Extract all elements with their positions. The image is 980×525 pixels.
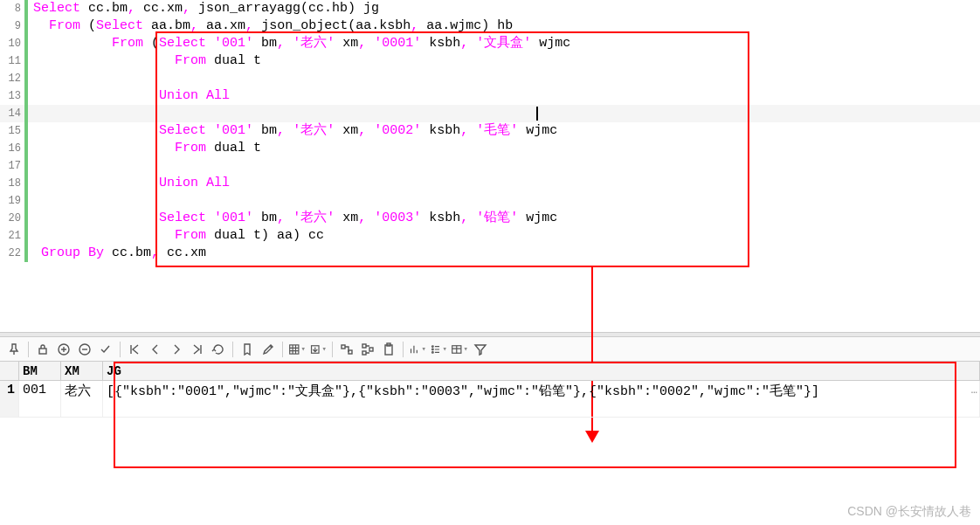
link-records-icon[interactable]	[338, 341, 355, 358]
code-line[interactable]: 19	[0, 192, 980, 210]
table-layout-icon[interactable]	[451, 341, 468, 358]
line-number: 16	[0, 140, 28, 157]
line-number: 13	[0, 87, 28, 105]
svg-point-13	[432, 349, 434, 350]
grid-header: BM XM JG	[0, 362, 980, 381]
code-content[interactable]	[28, 105, 538, 122]
line-number: 11	[0, 52, 28, 70]
bookmark-icon[interactable]	[238, 341, 256, 358]
code-content[interactable]	[28, 70, 33, 87]
cell-bm[interactable]: 001	[19, 381, 61, 417]
code-line[interactable]: 8Select cc.bm, cc.xm, json_arrayagg(cc.h…	[0, 0, 980, 17]
text-cursor	[536, 107, 538, 121]
svg-point-14	[432, 351, 434, 353]
svg-rect-0	[39, 349, 46, 354]
code-line[interactable]: 14	[0, 105, 980, 122]
results-toolbar	[0, 337, 980, 362]
confirm-icon[interactable]	[97, 341, 114, 358]
add-row-icon[interactable]	[55, 341, 72, 358]
code-line[interactable]: 20 Select '001' bm, '老六' xm, '0003' ksbh…	[0, 210, 980, 227]
cell-xm[interactable]: 老六	[61, 381, 103, 417]
export-icon[interactable]	[309, 341, 327, 358]
line-number: 18	[0, 175, 28, 192]
code-content[interactable]: From dual t	[28, 140, 261, 157]
cell-truncation-icon[interactable]: …	[971, 384, 977, 397]
related-records-icon[interactable]	[359, 341, 376, 358]
code-line[interactable]: 18 Union All	[0, 175, 980, 192]
pin-icon[interactable]	[5, 341, 23, 358]
code-content[interactable]: From (Select '001' bm, '老六' xm, '0001' k…	[28, 35, 570, 52]
cell-rownum: 1	[0, 381, 19, 417]
lock-icon[interactable]	[34, 341, 52, 358]
result-row[interactable]: 1 001 老六 [{"ksbh":"0001","wjmc":"文具盒"},{…	[0, 381, 980, 418]
code-line[interactable]: 13 Union All	[0, 87, 980, 105]
col-jg[interactable]: JG	[103, 362, 980, 380]
line-number: 21	[0, 227, 28, 245]
refresh-icon[interactable]	[210, 341, 227, 358]
code-line[interactable]: 17	[0, 157, 980, 175]
line-number: 22	[0, 245, 28, 262]
code-line[interactable]: 21 From dual t) aa) cc	[0, 227, 980, 245]
code-content[interactable]: Union All	[28, 87, 230, 105]
results-grid[interactable]: BM XM JG 1 001 老六 [{"ksbh":"0001","wjmc"…	[0, 362, 980, 525]
sql-editor[interactable]: 8Select cc.bm, cc.xm, json_arrayagg(cc.h…	[0, 0, 980, 332]
remove-row-icon[interactable]	[76, 341, 93, 358]
grid-view-icon[interactable]	[288, 341, 306, 358]
line-number: 12	[0, 70, 28, 87]
line-number: 15	[0, 122, 28, 140]
code-content[interactable]: From (Select aa.bm, aa.xm, json_object(a…	[28, 17, 513, 35]
sort-icon[interactable]	[430, 341, 447, 358]
line-number: 10	[0, 35, 28, 52]
line-number: 8	[0, 0, 28, 17]
code-line[interactable]: 12	[0, 70, 980, 87]
cell-jg[interactable]: [{"ksbh":"0001","wjmc":"文具盒"},{"ksbh":"0…	[103, 381, 980, 417]
line-number: 9	[0, 17, 28, 35]
prev-record-icon[interactable]	[147, 341, 164, 358]
line-number: 20	[0, 210, 28, 227]
next-record-icon[interactable]	[168, 341, 185, 358]
svg-rect-3	[290, 344, 299, 353]
filter-icon[interactable]	[472, 341, 489, 358]
chart-icon[interactable]	[409, 341, 426, 358]
code-line[interactable]: 16 From dual t	[0, 140, 980, 157]
code-line[interactable]: 11 From dual t	[0, 52, 980, 70]
clipboard-icon[interactable]	[380, 341, 397, 358]
code-content[interactable]: Select '001' bm, '老六' xm, '0002' ksbh, '…	[28, 122, 557, 140]
svg-rect-8	[362, 351, 366, 355]
code-content[interactable]	[28, 192, 33, 210]
code-content[interactable]: Union All	[28, 175, 230, 192]
line-number: 19	[0, 192, 28, 210]
last-record-icon[interactable]	[189, 341, 206, 358]
code-content[interactable]: Select cc.bm, cc.xm, json_arrayagg(cc.hb…	[28, 0, 379, 17]
svg-point-12	[432, 345, 434, 347]
code-content[interactable]: Group By cc.bm, cc.xm	[28, 245, 206, 262]
code-content[interactable]	[28, 157, 33, 175]
code-content[interactable]: From dual t) aa) cc	[28, 227, 324, 245]
svg-rect-9	[369, 348, 373, 351]
code-line[interactable]: 22 Group By cc.bm, cc.xm	[0, 245, 980, 262]
svg-rect-5	[342, 345, 345, 349]
code-content[interactable]: Select '001' bm, '老六' xm, '0003' ksbh, '…	[28, 210, 557, 227]
cell-jg-text: [{"ksbh":"0001","wjmc":"文具盒"},{"ksbh":"0…	[107, 384, 819, 399]
svg-rect-7	[362, 344, 366, 348]
first-record-icon[interactable]	[126, 341, 143, 358]
edit-icon[interactable]	[259, 341, 277, 358]
col-bm[interactable]: BM	[19, 362, 61, 380]
code-line[interactable]: 9 From (Select aa.bm, aa.xm, json_object…	[0, 17, 980, 35]
col-rownum[interactable]	[0, 362, 19, 380]
code-line[interactable]: 10 From (Select '001' bm, '老六' xm, '0001…	[0, 35, 980, 52]
line-number: 17	[0, 157, 28, 175]
col-xm[interactable]: XM	[61, 362, 103, 380]
code-line[interactable]: 15 Select '001' bm, '老六' xm, '0002' ksbh…	[0, 122, 980, 140]
line-number: 14	[0, 105, 28, 122]
code-content[interactable]: From dual t	[28, 52, 261, 70]
